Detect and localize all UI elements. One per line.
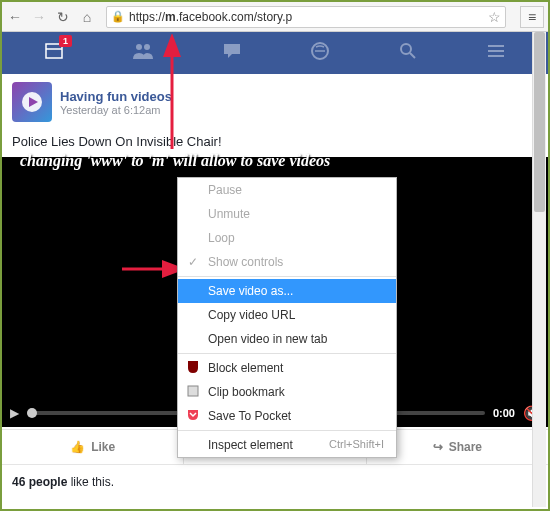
lock-icon: 🔒: [111, 10, 125, 23]
menu-icon[interactable]: [486, 43, 506, 64]
scroll-thumb[interactable]: [534, 32, 545, 212]
like-button[interactable]: 👍Like: [2, 430, 184, 464]
svg-point-5: [401, 44, 411, 54]
pocket-icon: [186, 408, 200, 422]
notifications-icon[interactable]: [310, 41, 330, 66]
page-avatar[interactable]: [12, 82, 52, 122]
svg-line-6: [410, 53, 415, 58]
menu-block-element[interactable]: Block element: [178, 356, 396, 380]
url-text: https://m.facebook.com/story.p: [129, 10, 292, 24]
share-icon: ↪: [433, 440, 443, 454]
search-icon[interactable]: [398, 41, 418, 66]
forward-button[interactable]: →: [30, 8, 48, 26]
notification-badge: 1: [59, 35, 72, 47]
menu-inspect[interactable]: Inspect elementCtrl+Shift+I: [178, 433, 396, 457]
messages-icon[interactable]: [222, 42, 242, 65]
back-button[interactable]: ←: [6, 8, 24, 26]
post-timestamp[interactable]: Yesterday at 6:12am: [60, 104, 172, 116]
menu-pause[interactable]: Pause: [178, 178, 396, 202]
menu-save-video[interactable]: Save video as...: [178, 279, 396, 303]
menu-unmute[interactable]: Unmute: [178, 202, 396, 226]
home-button[interactable]: ⌂: [78, 8, 96, 26]
menu-show-controls[interactable]: ✓Show controls: [178, 250, 396, 274]
menu-copy-url[interactable]: Copy video URL: [178, 303, 396, 327]
context-menu: Pause Unmute Loop ✓Show controls Save vi…: [177, 177, 397, 458]
menu-loop[interactable]: Loop: [178, 226, 396, 250]
menu-open-new-tab[interactable]: Open video in new tab: [178, 327, 396, 351]
reload-button[interactable]: ↻: [54, 8, 72, 26]
clip-icon: [186, 384, 200, 398]
menu-clip-bookmark[interactable]: Clip bookmark: [178, 380, 396, 404]
url-bar[interactable]: 🔒 https://m.facebook.com/story.p ☆: [106, 6, 506, 28]
menu-save-pocket[interactable]: Save To Pocket: [178, 404, 396, 428]
like-icon: 👍: [70, 440, 85, 454]
menu-shortcut: Ctrl+Shift+I: [329, 438, 384, 450]
annotation-arrow-url: [157, 34, 187, 154]
menu-separator: [178, 353, 396, 354]
svg-rect-16: [188, 386, 198, 396]
browser-toolbar: ← → ↻ ⌂ 🔒 https://m.facebook.com/story.p…: [2, 2, 548, 32]
scrollbar[interactable]: [532, 32, 546, 507]
svg-point-3: [144, 44, 150, 50]
time-display: 0:00: [493, 407, 515, 419]
bookmark-star-icon[interactable]: ☆: [488, 9, 501, 25]
menu-separator: [178, 430, 396, 431]
ublock-icon: [186, 360, 200, 374]
facebook-header: 1: [2, 32, 548, 74]
check-icon: ✓: [188, 255, 198, 269]
friends-icon[interactable]: [132, 42, 154, 65]
play-button[interactable]: ▶: [10, 406, 19, 420]
post-meta: Having fun videos Yesterday at 6:12am: [60, 89, 172, 116]
like-count[interactable]: 46 people like this.: [2, 465, 548, 499]
svg-point-2: [136, 44, 142, 50]
menu-separator: [178, 276, 396, 277]
page-name[interactable]: Having fun videos: [60, 89, 172, 104]
post-header: Having fun videos Yesterday at 6:12am: [2, 74, 548, 130]
feed-icon[interactable]: 1: [44, 41, 64, 66]
progress-thumb[interactable]: [27, 408, 37, 418]
browser-menu-button[interactable]: ≡: [520, 6, 544, 28]
